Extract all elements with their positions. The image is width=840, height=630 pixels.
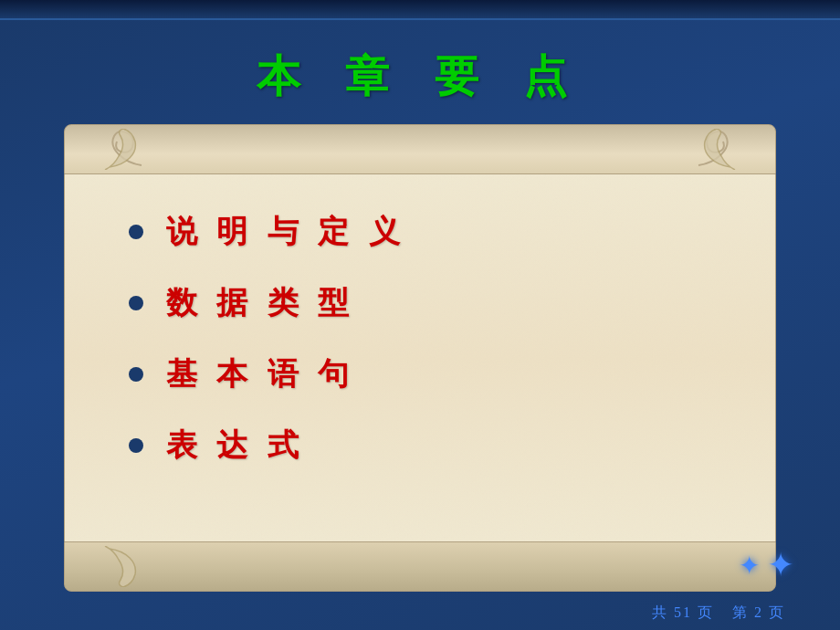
bullet-text-1: 说 明 与 定 义	[166, 211, 405, 253]
curl-left-top	[100, 129, 146, 170]
bullet-dot-3	[129, 367, 143, 382]
bullet-text-2: 数 据 类 型	[166, 282, 354, 324]
total-pages-label: 共 51 页	[652, 604, 714, 623]
star-small-icon: ✦	[739, 551, 760, 581]
title-area: 本 章 要 点	[257, 47, 583, 106]
slide-area: 本 章 要 点	[0, 20, 840, 630]
status-bar: 共 51 页 第 2 页	[652, 604, 785, 623]
bullet-dot-2	[129, 296, 143, 310]
top-bar	[0, 0, 840, 20]
bullet-dot-1	[129, 225, 143, 239]
bullet-text-4: 表 达 式	[166, 425, 304, 467]
star-decoration: ✦ ✦	[739, 546, 794, 584]
scroll-bottom	[64, 541, 776, 592]
bullet-list: 说 明 与 定 义 数 据 类 型 基 本 语 句 表 达 式	[129, 202, 711, 505]
bullet-dot-4	[129, 438, 143, 453]
scroll-top	[64, 124, 776, 174]
list-item: 表 达 式	[129, 425, 711, 467]
slide-title: 本 章 要 点	[257, 47, 583, 106]
scroll-body: 说 明 与 定 义 数 据 类 型 基 本 语 句 表 达 式	[64, 174, 776, 541]
bullet-text-3: 基 本 语 句	[166, 353, 354, 395]
list-item: 基 本 语 句	[129, 353, 711, 395]
star-large-icon: ✦	[767, 546, 794, 584]
curl-right-top	[694, 129, 740, 170]
list-item: 数 据 类 型	[129, 282, 711, 324]
list-item: 说 明 与 定 义	[129, 211, 711, 253]
curl-left-bottom	[100, 546, 146, 587]
current-page-label: 第 2 页	[732, 604, 785, 623]
scroll-container: 说 明 与 定 义 数 据 类 型 基 本 语 句 表 达 式	[64, 124, 776, 592]
